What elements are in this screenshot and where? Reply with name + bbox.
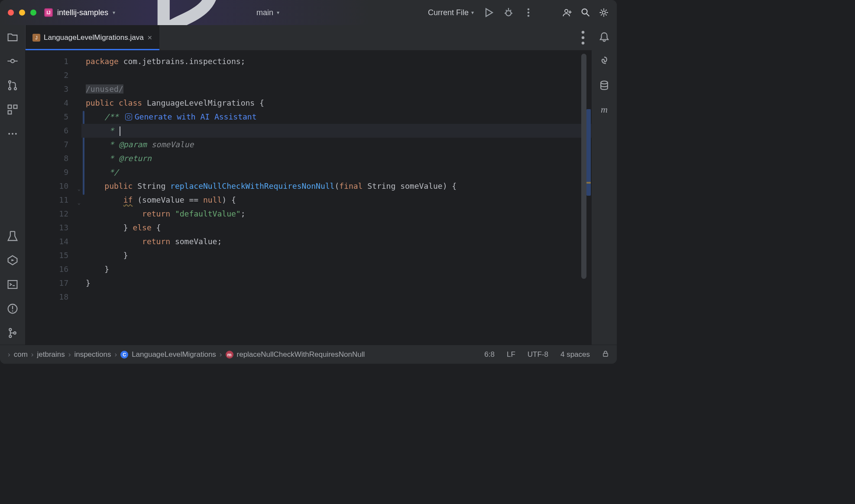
- tab-language-level-migrations[interactable]: J LanguageLevelMigrations.java ✕: [26, 25, 159, 50]
- line-number[interactable]: 10⌄: [25, 179, 81, 193]
- line-number[interactable]: 14: [25, 235, 81, 249]
- ai-assistant-tool-icon[interactable]: [599, 55, 610, 67]
- line-number[interactable]: 5: [25, 110, 81, 124]
- run-button[interactable]: [483, 7, 494, 18]
- services-tool-icon[interactable]: [7, 255, 18, 266]
- debug-button[interactable]: [503, 7, 514, 18]
- svg-point-20: [14, 87, 16, 90]
- svg-rect-42: [603, 353, 608, 356]
- minimize-window-icon[interactable]: [19, 10, 25, 16]
- right-tool-rail: m: [592, 25, 617, 345]
- crumb-item[interactable]: replaceNullCheckWithRequiresNonNull: [237, 350, 365, 359]
- editor-body[interactable]: 1 2 3 4 5 6 7 8 9 10⌄ 11⌄ 12 13 14 15 16: [25, 50, 592, 345]
- line-number[interactable]: 12: [25, 207, 81, 221]
- line-gutter: 1 2 3 4 5 6 7 8 9 10⌄ 11⌄ 12 13 14 15 16: [25, 50, 81, 345]
- svg-point-14: [602, 11, 605, 14]
- project-name: intellij-samples: [57, 8, 108, 17]
- chevron-right-icon: ›: [220, 350, 222, 359]
- indent[interactable]: 4 spaces: [560, 350, 590, 359]
- line-number[interactable]: 16: [25, 262, 81, 276]
- svg-rect-30: [8, 281, 17, 288]
- terminal-tool-icon[interactable]: [7, 279, 18, 290]
- line-separator[interactable]: LF: [507, 350, 515, 359]
- line-number[interactable]: 8: [25, 152, 81, 165]
- line-number[interactable]: 9: [25, 165, 81, 179]
- left-tool-rail: [0, 25, 25, 345]
- line-number[interactable]: 6: [25, 124, 81, 138]
- tab-label: LanguageLevelMigrations.java: [44, 33, 144, 42]
- svg-line-5: [510, 10, 511, 11]
- maven-tool-icon[interactable]: m: [599, 104, 610, 115]
- readonly-lock-icon[interactable]: [602, 350, 609, 359]
- svg-point-19: [9, 87, 11, 90]
- problems-tool-icon[interactable]: [7, 303, 18, 314]
- chevron-right-icon: ›: [114, 350, 117, 359]
- svg-point-39: [582, 36, 585, 39]
- build-tool-icon[interactable]: [7, 230, 18, 242]
- svg-point-9: [565, 10, 568, 13]
- project-tool-icon[interactable]: [7, 31, 18, 42]
- svg-point-6: [528, 8, 530, 10]
- crumb-item[interactable]: jetbrains: [37, 350, 65, 359]
- more-tools-icon[interactable]: [7, 128, 18, 139]
- line-number[interactable]: 1: [25, 55, 81, 68]
- code-with-me-icon[interactable]: [562, 7, 573, 18]
- zoom-window-icon[interactable]: [30, 10, 36, 16]
- line-number[interactable]: 2: [25, 68, 81, 82]
- line-number[interactable]: 15: [25, 249, 81, 262]
- database-tool-icon[interactable]: [599, 80, 610, 91]
- svg-point-0: [506, 11, 511, 16]
- search-everywhere-icon[interactable]: [580, 7, 591, 18]
- code-area[interactable]: package com.jetbrains.inspections; /unus…: [81, 50, 592, 345]
- window-controls: [8, 10, 36, 16]
- intellij-icon: IJ: [44, 8, 53, 17]
- line-number[interactable]: 3: [25, 82, 81, 96]
- crumb-item[interactable]: inspections: [74, 350, 111, 359]
- run-config-selector[interactable]: Current File ▾: [428, 8, 474, 17]
- line-number[interactable]: 11⌄: [25, 193, 81, 207]
- structure-tool-icon[interactable]: [7, 104, 18, 115]
- close-tab-icon[interactable]: ✕: [147, 34, 152, 41]
- svg-rect-22: [8, 105, 12, 109]
- chevron-right-icon: ›: [8, 350, 10, 359]
- project-selector[interactable]: IJ intellij-samples ▾: [44, 8, 115, 17]
- svg-point-25: [8, 133, 10, 135]
- settings-icon[interactable]: [599, 7, 609, 18]
- line-number[interactable]: 4: [25, 96, 81, 110]
- vcs-tool-icon[interactable]: [7, 327, 18, 339]
- breadcrumb[interactable]: › com › jetbrains › inspections › C Lang…: [8, 350, 365, 359]
- encoding[interactable]: UTF-8: [528, 350, 548, 359]
- line-number[interactable]: 17: [25, 276, 81, 290]
- java-file-icon: J: [32, 34, 40, 42]
- crumb-item[interactable]: LanguageLevelMigrations: [132, 350, 216, 359]
- generate-ai-link[interactable]: Generate with AI Assistant: [135, 112, 257, 121]
- line-number[interactable]: 13: [25, 221, 81, 235]
- cursor-position[interactable]: 6:8: [484, 350, 495, 359]
- line-number[interactable]: 18: [25, 290, 81, 304]
- svg-rect-23: [14, 105, 17, 109]
- warning-marker[interactable]: [586, 182, 591, 184]
- commit-tool-icon[interactable]: [7, 55, 18, 67]
- svg-point-37: [14, 332, 16, 334]
- notifications-icon[interactable]: [599, 31, 610, 42]
- svg-point-40: [582, 42, 585, 45]
- class-icon: C: [120, 351, 128, 359]
- chevron-down-icon: ▾: [471, 10, 474, 16]
- chevron-down-icon: ▾: [113, 10, 115, 16]
- svg-rect-24: [8, 111, 12, 114]
- svg-point-34: [12, 310, 13, 312]
- svg-point-41: [601, 81, 608, 84]
- status-bar: › com › jetbrains › inspections › C Lang…: [0, 345, 617, 364]
- ai-assistant-icon[interactable]: [125, 113, 132, 120]
- pull-requests-icon[interactable]: [7, 80, 18, 91]
- crumb-item[interactable]: com: [14, 350, 28, 359]
- svg-point-27: [15, 133, 17, 135]
- tab-list-more-icon[interactable]: [574, 25, 592, 50]
- line-number[interactable]: 7: [25, 138, 81, 152]
- marker-strip: [586, 50, 592, 345]
- svg-point-35: [9, 329, 11, 331]
- more-actions-icon[interactable]: [523, 7, 534, 18]
- close-window-icon[interactable]: [8, 10, 14, 16]
- branch-name: main: [256, 8, 273, 17]
- method-icon: m: [226, 351, 233, 359]
